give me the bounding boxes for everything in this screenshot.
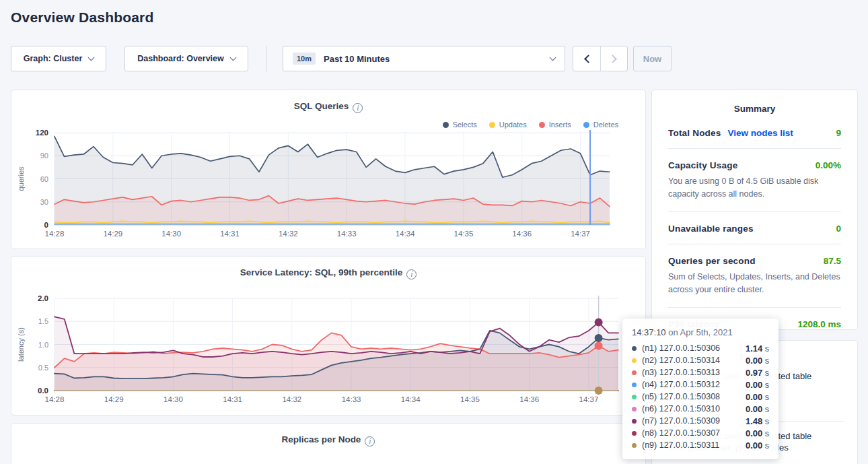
- node-color-dot-icon: [632, 431, 637, 436]
- svg-text:14:36: 14:36: [512, 230, 532, 238]
- replicas-per-node-title: Replicas per Nodei: [11, 424, 645, 446]
- view-nodes-list-link[interactable]: View nodes list: [727, 128, 793, 138]
- chart-hover-tooltip: 14:37:10 on Apr 5th, 2021 (n1) 127.0.0.1…: [622, 319, 779, 459]
- info-icon[interactable]: i: [406, 269, 417, 279]
- service-latency-chart[interactable]: 0.00.51.01.52.014:2814:2914:3014:3114:32…: [11, 289, 647, 405]
- svg-text:14:33: 14:33: [337, 230, 357, 238]
- svg-text:14:34: 14:34: [401, 395, 421, 403]
- svg-text:14:31: 14:31: [220, 230, 240, 238]
- svg-text:90: 90: [40, 152, 48, 160]
- unavailable-ranges-label: Unavailable ranges: [668, 224, 754, 234]
- controls-divider: [266, 46, 267, 71]
- svg-text:14:36: 14:36: [519, 395, 539, 403]
- node-color-dot-icon: [632, 358, 637, 363]
- info-icon[interactable]: i: [353, 103, 363, 113]
- svg-text:14:29: 14:29: [103, 230, 122, 238]
- service-latency-title: Service Latency: SQL, 99th percentilei: [11, 257, 645, 279]
- tooltip-node-label: (n5) 127.0.0.1:50308: [642, 392, 746, 401]
- svg-text:30: 30: [40, 198, 48, 206]
- now-button-label: Now: [643, 54, 661, 64]
- svg-text:14:29: 14:29: [104, 395, 124, 403]
- svg-text:14:28: 14:28: [45, 395, 65, 403]
- tooltip-node-label: (n8) 127.0.0.1:50307: [642, 428, 746, 438]
- chevron-left-icon: [584, 55, 593, 63]
- chevron-down-icon: [229, 54, 236, 61]
- capacity-usage-value: 0.00%: [816, 160, 841, 170]
- svg-text:0: 0: [44, 221, 48, 229]
- node-color-dot-icon: [632, 419, 637, 424]
- tooltip-node-row: (n3) 127.0.0.1:503130.97 s: [632, 366, 769, 378]
- p99-latency-value: 1208.0 ms: [797, 319, 841, 329]
- page-title: Overview Dashboard: [11, 9, 154, 26]
- time-next-button[interactable]: [600, 46, 627, 71]
- summary-header: Summary: [652, 90, 857, 117]
- time-nav-group: [573, 46, 628, 71]
- node-color-dot-icon: [632, 346, 637, 351]
- unavailable-ranges-value: 0: [836, 224, 841, 234]
- svg-text:14:34: 14:34: [396, 230, 415, 238]
- svg-text:2.0: 2.0: [38, 294, 48, 302]
- tooltip-node-value: 0.00 s: [746, 404, 769, 414]
- queries-per-second-row: Queries per second 87.5 Sum of Selects, …: [668, 244, 841, 308]
- chevron-down-icon: [550, 54, 556, 61]
- node-color-dot-icon: [632, 370, 637, 375]
- info-icon[interactable]: i: [365, 436, 375, 446]
- tooltip-node-row: (n7) 127.0.0.1:503091.48 s: [632, 415, 769, 427]
- tooltip-node-row: (n9) 127.0.0.1:503110.00 s: [632, 439, 769, 451]
- tooltip-node-row: (n4) 127.0.0.1:503120.00 s: [632, 378, 769, 391]
- tooltip-node-row: (n2) 127.0.0.1:503140.00 s: [632, 354, 769, 366]
- graph-dropdown[interactable]: Graph: Cluster: [11, 46, 106, 71]
- capacity-usage-row: Capacity Usage 0.00% You are using 0 B o…: [668, 149, 841, 212]
- unavailable-ranges-row: Unavailable ranges 0: [668, 212, 841, 244]
- queries-per-second-value: 87.5: [824, 256, 841, 266]
- sql-queries-panel: SQL Queriesi Selects Updates Inserts Del…: [11, 90, 646, 249]
- tooltip-timestamp: 14:37:10 on Apr 5th, 2021: [632, 327, 769, 337]
- svg-text:latency (s): latency (s): [17, 327, 25, 362]
- time-prev-button[interactable]: [573, 46, 600, 71]
- svg-text:14:30: 14:30: [161, 230, 181, 238]
- svg-text:120: 120: [36, 129, 48, 137]
- service-latency-panel: Service Latency: SQL, 99th percentilei 0…: [11, 256, 646, 416]
- svg-text:14:31: 14:31: [223, 395, 242, 403]
- sql-queries-title: SQL Queriesi: [11, 90, 645, 113]
- queries-per-second-label: Queries per second: [668, 256, 756, 266]
- tooltip-node-label: (n4) 127.0.0.1:50312: [642, 380, 746, 389]
- tooltip-node-value: 0.00 s: [746, 428, 769, 438]
- node-color-dot-icon: [632, 407, 637, 411]
- queries-per-second-caption: Sum of Selects, Updates, Inserts, and De…: [668, 271, 841, 297]
- svg-text:0.0: 0.0: [38, 387, 48, 395]
- capacity-usage-caption: You are using 0 B of 4.5 GiB usable disk…: [668, 175, 841, 201]
- svg-text:0.5: 0.5: [38, 364, 48, 372]
- svg-text:1.0: 1.0: [38, 341, 48, 349]
- replicas-per-node-panel: Replicas per Nodei: [11, 423, 646, 464]
- svg-text:queries: queries: [17, 166, 25, 191]
- tooltip-node-label: (n6) 127.0.0.1:50310: [642, 404, 746, 413]
- svg-text:14:35: 14:35: [454, 230, 474, 238]
- tooltip-node-value: 0.00 s: [746, 440, 769, 451]
- svg-text:14:32: 14:32: [282, 395, 301, 403]
- node-color-dot-icon: [632, 395, 637, 399]
- tooltip-node-row: (n6) 127.0.0.1:503100.00 s: [632, 403, 769, 415]
- svg-text:14:37: 14:37: [571, 230, 590, 238]
- tooltip-node-value: 0.00 s: [746, 392, 769, 402]
- tooltip-node-row: (n8) 127.0.0.1:503070.00 s: [632, 427, 769, 439]
- tooltip-node-label: (n3) 127.0.0.1:50313: [642, 368, 746, 377]
- svg-text:14:37: 14:37: [579, 395, 599, 403]
- time-range-picker[interactable]: 10m Past 10 Minutes: [283, 46, 565, 71]
- svg-text:14:30: 14:30: [164, 395, 183, 403]
- svg-text:14:32: 14:32: [279, 230, 298, 238]
- capacity-usage-label: Capacity Usage: [668, 160, 737, 170]
- svg-text:60: 60: [40, 175, 48, 183]
- node-color-dot-icon: [632, 383, 637, 387]
- dashboard-dropdown[interactable]: Dashboard: Overview: [124, 46, 248, 71]
- sql-queries-chart[interactable]: 030609012014:2814:2914:3014:3114:3214:33…: [11, 125, 647, 241]
- now-button[interactable]: Now: [633, 46, 672, 71]
- tooltip-node-label: (n7) 127.0.0.1:50309: [642, 416, 746, 426]
- tooltip-node-row: (n5) 127.0.0.1:503080.00 s: [632, 391, 769, 403]
- tooltip-node-value: 1.48 s: [746, 416, 769, 426]
- summary-panel: Summary Total Nodes View nodes list 9 Ca…: [651, 90, 858, 330]
- total-nodes-label: Total Nodes: [668, 128, 721, 138]
- node-color-dot-icon: [632, 443, 637, 448]
- tooltip-node-value: 0.00 s: [746, 356, 769, 366]
- tooltip-node-value: 0.97 s: [746, 368, 769, 378]
